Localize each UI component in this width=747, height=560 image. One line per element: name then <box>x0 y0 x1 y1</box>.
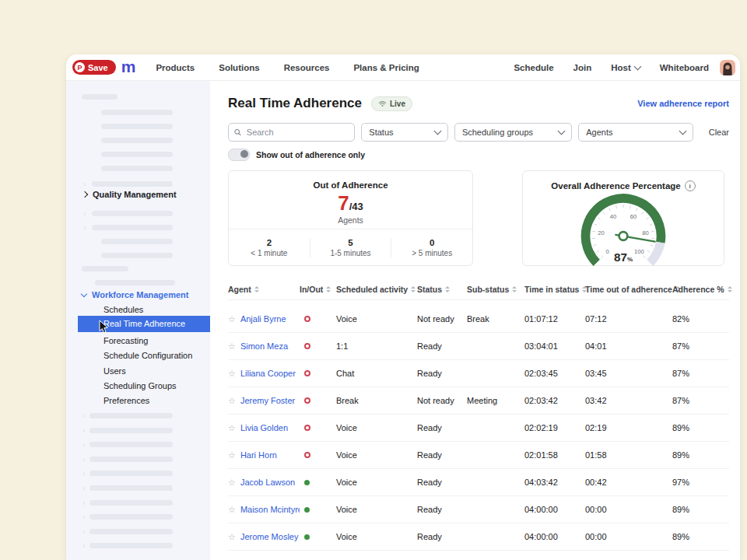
cell-adherence: 89% <box>672 532 727 541</box>
placeholder-chevron: › <box>82 543 85 548</box>
gauge-title: Overall Adherence Percentage <box>551 181 680 191</box>
search-input[interactable] <box>245 127 349 138</box>
inout-cell <box>300 532 336 541</box>
search-box[interactable] <box>228 123 355 142</box>
nav-label: Join <box>573 63 592 72</box>
column-header-time-out-of-adherence[interactable]: Time out of adherence <box>585 285 672 294</box>
sidebar: ››› Quality Management Workforce Managem… <box>66 81 210 560</box>
cell-adherence: 87% <box>672 369 727 378</box>
sidebar-item-forecasting[interactable]: Forecasting <box>103 335 148 346</box>
sidebar-item-preferences[interactable]: Preferences <box>103 395 149 406</box>
agents-dropdown[interactable]: Agents <box>578 123 693 142</box>
gauge-tick <box>647 250 650 252</box>
column-header-scheduled-activity[interactable]: Scheduled activity <box>336 285 417 294</box>
placeholder-chevron: › <box>82 413 85 418</box>
sort-icon[interactable] <box>326 286 331 292</box>
cell-activity: Voice <box>336 314 417 324</box>
agent-link[interactable]: Hari Horn <box>240 450 277 460</box>
star-icon[interactable]: ☆ <box>228 423 236 433</box>
nav-resources[interactable]: Resources <box>284 63 330 72</box>
star-icon[interactable]: ☆ <box>228 450 236 460</box>
sidebar-item-schedule-configuration[interactable]: Schedule Configuration <box>103 350 192 361</box>
sort-icon[interactable] <box>254 286 259 292</box>
sort-icon[interactable] <box>728 286 732 292</box>
search-icon <box>234 128 241 136</box>
agents-dropdown-value: Agents <box>586 128 612 137</box>
column-header-in-out[interactable]: In/Out <box>300 285 336 294</box>
breakdown-label: > 5 minutes <box>391 249 472 257</box>
sidebar-item-users[interactable]: Users <box>103 366 126 376</box>
user-avatar[interactable] <box>720 60 735 75</box>
agent-cell: ☆Anjali Byrne <box>228 314 300 324</box>
out-of-adherence-card: Out of Adherence 7 /43 Agents 2< 1 minut… <box>228 170 473 266</box>
view-adherence-report-link[interactable]: View adherence report <box>637 99 729 108</box>
agent-link[interactable]: Jacob Lawson <box>240 478 295 487</box>
sort-icon[interactable] <box>411 286 416 292</box>
column-header-time-in-status[interactable]: Time in status <box>524 285 585 294</box>
sidebar-item-scheduling-groups[interactable]: Scheduling Groups <box>103 380 177 391</box>
nav-whiteboard[interactable]: Whiteboard <box>660 63 709 72</box>
agent-cell: ☆Jerome Mosley <box>228 532 300 542</box>
column-header-sub-status[interactable]: Sub-status <box>467 285 524 294</box>
agent-link[interactable]: Livia Golden <box>240 423 288 432</box>
clear-filters-button[interactable]: Clear <box>709 128 729 137</box>
cell-activity: Voice <box>336 423 417 432</box>
agent-link[interactable]: Jeremy Foster <box>240 396 295 405</box>
agent-link[interactable]: Jerome Mosley <box>240 532 299 541</box>
gauge-tick <box>644 256 646 258</box>
filter-bar: Status Scheduling groups Agents Clear <box>228 123 729 142</box>
column-label: Agent <box>228 285 251 294</box>
sidebar-item-workforce-management[interactable]: Workforce Management <box>82 290 189 299</box>
nav-schedule[interactable]: Schedule <box>514 63 553 72</box>
cell-time-in: 02:01:58 <box>524 450 585 460</box>
cell-time-in: 02:03:42 <box>524 396 585 405</box>
star-icon[interactable]: ☆ <box>228 369 236 379</box>
column-label: Time in status <box>524 285 579 294</box>
status-dropdown[interactable]: Status <box>361 123 448 142</box>
nav-solutions[interactable]: Solutions <box>219 63 259 72</box>
nav-host[interactable]: Host <box>611 63 640 72</box>
star-icon[interactable]: ☆ <box>228 505 236 515</box>
out-of-adherence-toggle[interactable] <box>228 149 250 161</box>
star-icon[interactable]: ☆ <box>228 314 236 324</box>
out-indicator-icon <box>304 316 310 322</box>
column-label: In/Out <box>300 285 323 294</box>
table-row: ☆Jerome MosleyVoiceReady04:00:0000:0089% <box>228 523 729 551</box>
cell-time-out: 02:19 <box>585 423 672 432</box>
sidebar-item-quality-management[interactable]: Quality Management <box>82 190 177 199</box>
sidebar-item-schedules[interactable]: Schedules <box>103 304 143 315</box>
page-header: Real Time Adherence Live View adherence … <box>228 81 729 114</box>
column-header-agent[interactable]: Agent <box>228 285 300 294</box>
inout-cell <box>300 423 336 432</box>
nav-products[interactable]: Products <box>156 63 195 72</box>
agent-link[interactable]: Maison Mcintyre <box>240 505 300 514</box>
info-icon[interactable]: i <box>685 180 696 191</box>
star-icon[interactable]: ☆ <box>228 532 236 542</box>
column-header-status[interactable]: Status <box>417 285 467 294</box>
agent-link[interactable]: Liliana Cooper <box>240 369 296 378</box>
column-header-adherence-[interactable]: Adherence % <box>672 285 727 294</box>
save-label: Save <box>88 63 108 72</box>
miro-logo[interactable]: m <box>121 58 136 75</box>
scheduling-groups-dropdown[interactable]: Scheduling groups <box>454 123 572 142</box>
agent-link[interactable]: Simon Meza <box>240 341 288 351</box>
agent-link[interactable]: Anjali Byrne <box>240 314 286 324</box>
nav-label: Schedule <box>514 63 553 72</box>
sidebar-placeholder-item <box>92 181 173 187</box>
star-icon[interactable]: ☆ <box>228 341 236 352</box>
gauge-tick <box>598 218 600 219</box>
star-icon[interactable]: ☆ <box>228 478 236 488</box>
toggle-row: Show out of adherence only <box>228 149 729 160</box>
pinterest-save-button[interactable]: P Save <box>72 60 116 75</box>
gauge-tick <box>603 212 605 215</box>
nav-join[interactable]: Join <box>573 63 592 72</box>
sidebar-item-real-time-adherence-selected[interactable]: Real Time Adherence <box>78 316 210 332</box>
sort-icon[interactable] <box>512 286 517 292</box>
sidebar-placeholder-item <box>92 225 173 230</box>
nav-plans-pricing[interactable]: Plans & Pricing <box>353 63 419 72</box>
gauge-tick <box>597 250 599 252</box>
cell-time-out: 01:58 <box>585 450 672 460</box>
sort-icon[interactable] <box>445 286 450 292</box>
gauge-tick <box>616 205 617 208</box>
star-icon[interactable]: ☆ <box>228 396 236 406</box>
